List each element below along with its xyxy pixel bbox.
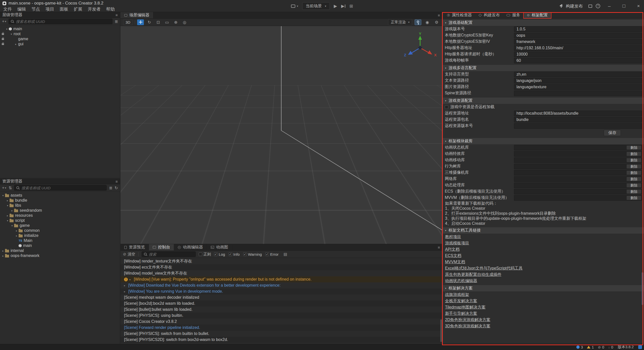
expand-icon[interactable]: ▸ <box>124 290 127 293</box>
filter-log[interactable]: Log <box>214 252 225 256</box>
chevron-right-icon[interactable]: ▸ <box>15 234 19 237</box>
help-icon[interactable]: ? <box>596 4 600 8</box>
console-search[interactable] <box>142 251 196 257</box>
checkbox[interactable] <box>243 252 247 256</box>
hierarchy-search[interactable] <box>9 19 112 24</box>
step-button[interactable]: ▶ <box>341 4 345 9</box>
menu-item[interactable]: 文件 <box>1 7 15 12</box>
hierarchy-node[interactable]: ▸gui <box>0 41 120 47</box>
chevron-down-icon[interactable]: ▾ <box>10 224 14 227</box>
chevron-right-icon[interactable]: ▸ <box>6 214 10 217</box>
tab-scene-editor[interactable]: 场景编辑器 <box>120 12 153 18</box>
doc-link[interactable]: Excel格式转Json文件与TypeScript代码工具 <box>443 265 523 271</box>
add-asset-button[interactable]: +▾ <box>2 186 6 190</box>
checkbox[interactable] <box>265 252 269 256</box>
section-header[interactable]: ▾框架解决方案 <box>443 285 644 291</box>
sort-icon[interactable]: ⇅ <box>9 186 12 190</box>
menu-item[interactable]: 节点 <box>29 7 43 12</box>
rect-tool-button[interactable]: ▭ <box>164 19 170 25</box>
menu-item[interactable]: 扩展 <box>71 7 85 12</box>
rotate-tool-button[interactable]: ↻ <box>146 19 153 25</box>
menu-item[interactable]: 开发者 <box>85 7 103 12</box>
tab-asset-preview[interactable]: 资源预览 <box>120 244 149 250</box>
render-mode-select[interactable]: 正常渲染 ▾ <box>388 19 412 25</box>
log-row[interactable]: ▸[Window] Download the Vue Devtools exte… <box>120 282 442 288</box>
delete-button[interactable]: 删除 <box>626 170 641 175</box>
network-icon[interactable] <box>638 345 642 349</box>
doc-link[interactable]: 新手引导解决方案 <box>443 310 477 317</box>
scene-viewport[interactable]: Y X Z <box>120 26 442 244</box>
doc-link[interactable]: 教程项目 <box>443 234 461 240</box>
filter-error[interactable]: Error <box>265 252 278 256</box>
log-row[interactable]: [Scene] [PHYSICS]: using builtin. <box>120 313 442 319</box>
menu-item[interactable]: 面板 <box>57 7 71 12</box>
chevron-down-icon[interactable]: ▾ <box>5 28 9 30</box>
delete-button[interactable]: 删除 <box>626 183 641 188</box>
maximize-button[interactable]: □ <box>618 0 629 12</box>
field-input[interactable] <box>514 84 642 90</box>
tab-animation-graph[interactable]: 动画图 <box>207 244 232 250</box>
asset-node[interactable]: ▾assets <box>0 193 120 198</box>
section-header[interactable]: ▾游戏基础配置 <box>443 20 644 26</box>
section-header[interactable]: ▾游戏多语言配置 <box>443 65 644 71</box>
remote-load-checkbox[interactable] <box>445 105 448 109</box>
console-search-input[interactable] <box>149 252 193 256</box>
chevron-right-icon[interactable]: ▸ <box>6 199 10 202</box>
log-row[interactable]: [Scene] [bullet]:bullet wasm lib loaded. <box>120 307 442 313</box>
asset-node[interactable]: ▸seedrandom <box>0 208 120 213</box>
clear-console-button[interactable]: ⊘ 清空 <box>123 252 135 257</box>
archive-button[interactable] <box>588 5 592 8</box>
lighting-toggle[interactable] <box>415 19 421 25</box>
hierarchy-search-input[interactable] <box>16 19 110 24</box>
doc-link[interactable]: 战旗游戏框架 <box>443 291 469 298</box>
delete-button[interactable]: 删除 <box>626 177 641 181</box>
delete-button[interactable]: 删除 <box>626 164 641 169</box>
panel-menu-icon[interactable]: ≡ <box>115 13 118 17</box>
log-row[interactable]: [Scene] [box2d]:box2d wasm lib loaded. <box>120 300 442 307</box>
scrollbar-thumb[interactable] <box>440 319 442 342</box>
field-input[interactable] <box>514 123 642 129</box>
tab-console[interactable]: 控制台 <box>149 244 174 250</box>
platform-select[interactable]: ▾ <box>291 5 298 8</box>
doc-link[interactable]: 游戏模板项目 <box>443 240 469 246</box>
chevron-right-icon[interactable]: ▸ <box>15 229 19 232</box>
delete-button[interactable]: 删除 <box>626 152 641 156</box>
hierarchy-node[interactable]: game <box>0 36 120 41</box>
asset-node[interactable]: ▾libs <box>0 203 120 208</box>
asset-node[interactable]: ▸internal <box>0 248 120 253</box>
status-info[interactable]: 3 <box>576 345 583 349</box>
move-tool-button[interactable] <box>137 19 144 25</box>
minimize-button[interactable]: – <box>604 0 615 12</box>
menu-item[interactable]: 项目 <box>43 7 57 12</box>
field-input[interactable] <box>514 39 642 45</box>
regex-toggle[interactable]: 正则 <box>199 252 211 257</box>
asset-node[interactable]: ▸bundle <box>0 198 120 203</box>
add-node-button[interactable]: +▾ <box>2 19 6 24</box>
field-input[interactable] <box>514 26 642 32</box>
panel-menu-icon[interactable]: ≡ <box>115 179 118 184</box>
field-input[interactable] <box>514 45 642 51</box>
log-row[interactable]: !▸[Window] [Vue warn]: Property "onInput… <box>120 276 442 282</box>
asset-node[interactable]: ▸resources <box>0 213 120 218</box>
log-row[interactable]: [Window] model_view文件夹不存在 <box>120 270 442 276</box>
filter-icon[interactable]: ≣ <box>109 186 112 190</box>
log-row[interactable]: [Scene] Cocos Creator v3.8.2 <box>120 319 442 325</box>
log-row[interactable]: [Scene] [PHYSICS]: switch from builtin t… <box>120 331 442 337</box>
close-button[interactable]: × <box>633 0 644 12</box>
assets-search-input[interactable] <box>21 186 104 190</box>
filter-warning[interactable]: Warning <box>243 252 262 256</box>
camera-view-button[interactable]: ◉ <box>424 19 431 25</box>
doc-link[interactable]: 2D角色扮演游戏解决方案 <box>443 317 490 323</box>
doc-link[interactable]: Tiledmap地图解决方案 <box>443 304 486 310</box>
status-download[interactable]: ↓0 <box>608 345 613 349</box>
pivot-button[interactable]: ⊕ <box>172 19 179 25</box>
doc-link[interactable]: API文档 <box>443 246 460 252</box>
field-input[interactable] <box>514 72 642 77</box>
log-row[interactable]: [Scene] [PHYSICS2D]: switch from box2d-w… <box>120 337 442 343</box>
doc-link[interactable]: ECS文档 <box>443 252 461 259</box>
chevron-down-icon[interactable]: ▾ <box>6 219 10 222</box>
filter-icon[interactable]: ≣ <box>115 19 118 24</box>
log-row[interactable]: ▸[Window] You are running Vue in develop… <box>120 288 442 294</box>
field-input[interactable] <box>514 117 642 122</box>
save-button[interactable]: 保存 <box>604 130 621 136</box>
